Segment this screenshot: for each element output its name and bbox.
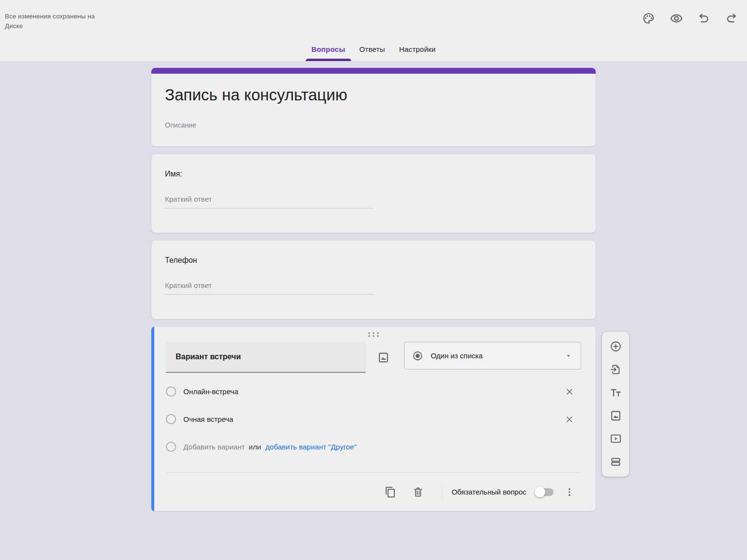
add-question-button[interactable] [604,335,627,358]
tab-responses[interactable]: Ответы [354,38,391,61]
tab-bar: Вопросы Ответы Настройки [0,38,747,61]
add-video-button[interactable] [604,427,627,450]
undo-icon [698,12,710,25]
delete-question-button[interactable] [406,480,430,504]
save-status: Все изменения сохранены на Диске [5,12,100,31]
palette-icon [642,12,655,25]
question-type-label: Один из списка [431,352,483,360]
remove-option-button[interactable] [558,408,581,431]
or-text: или [249,443,261,451]
question-footer-toolbar: Обязательный вопрос [166,473,581,511]
add-option-row: Добавить вариант или добавить вариант "Д… [166,433,581,461]
redo-button[interactable] [720,7,743,30]
close-icon [565,415,574,424]
question-title: Имя: [165,170,582,178]
header-actions [637,7,743,30]
question-title-input[interactable]: Вариант встречи [166,342,366,373]
accent-bar [151,68,596,74]
question-card-active: Вариант встречи Один из списка [151,327,596,511]
add-video-icon [610,432,622,445]
option-label[interactable]: Онлайн-встреча [183,387,238,396]
short-answer-placeholder: Краткий ответ [165,195,374,208]
caret-down-icon [565,352,572,359]
duplicate-icon [385,486,396,498]
form-title-card[interactable]: Запись на консультацию Описание [151,68,596,146]
import-questions-button[interactable] [604,358,627,382]
add-title-text-button[interactable] [604,381,627,404]
add-image-button[interactable] [604,404,627,428]
image-icon [377,352,390,364]
footer-vertical-divider [442,484,442,500]
radio-icon [166,442,176,452]
add-title-text-icon [609,386,622,399]
options-list: Онлайн-встреча Очная встреча Доб [166,378,581,461]
short-answer-placeholder: Краткий ответ [165,281,374,295]
tab-questions[interactable]: Вопросы [306,38,351,61]
add-other-option-link[interactable]: добавить вариант "Другое" [265,443,357,451]
required-toggle[interactable] [536,488,553,496]
question-card-name[interactable]: Имя: Краткий ответ [151,154,596,233]
radio-icon [166,386,176,397]
tab-settings-label: Настройки [399,45,436,53]
toggle-knob [535,487,545,497]
duplicate-question-button[interactable] [379,480,402,504]
insert-toolbar [602,332,629,477]
tab-questions-label: Вопросы [311,45,345,53]
redo-icon [725,12,738,25]
tab-responses-label: Ответы [359,45,385,53]
remove-option-button[interactable] [558,380,581,403]
form-description-input[interactable]: Описание [165,121,582,129]
question-card-phone[interactable]: Телефон Краткий ответ [151,240,596,319]
tab-settings[interactable]: Настройки [393,38,441,61]
preview-eye-icon [670,12,683,25]
required-question-label: Обязательный вопрос [452,488,526,496]
customize-theme-button[interactable] [637,7,660,30]
add-section-icon [610,456,622,468]
import-questions-icon [610,364,621,375]
question-type-dropdown[interactable]: Один из списка [404,342,581,369]
form-editor: Запись на консультацию Описание Имя: Кра… [151,68,596,519]
option-row-2: Очная встреча [166,405,581,433]
preview-button[interactable] [665,7,688,30]
close-icon [565,387,574,397]
more-vert-icon [564,487,575,497]
drag-handle-icon [367,332,380,337]
add-question-icon [610,340,622,352]
more-options-button[interactable] [558,480,581,504]
app-header: Все изменения сохранены на Диске [0,0,747,61]
radio-icon [166,414,176,424]
add-option-placeholder[interactable]: Добавить вариант [183,443,245,451]
option-label[interactable]: Очная встреча [183,415,233,423]
drag-handle[interactable] [166,330,581,340]
trash-icon [412,486,424,498]
add-question-image-button[interactable] [372,346,395,369]
form-title-input[interactable]: Запись на консультацию [165,85,582,105]
option-row-1: Онлайн-встреча [166,378,581,405]
add-image-icon [610,410,622,422]
add-section-button[interactable] [604,450,627,474]
radio-checked-icon [412,351,423,361]
question-edit-row: Вариант встречи Один из списка [166,342,581,373]
undo-button[interactable] [692,7,715,30]
question-title: Телефон [165,256,582,265]
